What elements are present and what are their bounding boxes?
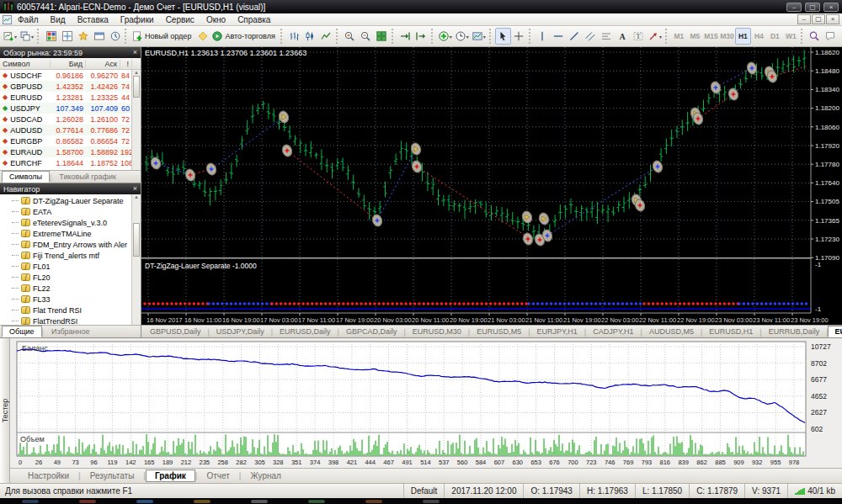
- navigator-button[interactable]: [75, 28, 91, 45]
- table-row-usdcad[interactable]: ◆USDCAD1.260281.2610072: [0, 114, 141, 125]
- list-item-fl22[interactable]: fFL22: [0, 283, 141, 294]
- tile-windows-button[interactable]: [374, 28, 390, 45]
- table-row-usdjpy[interactable]: ◆USDJPY107.349107.40960: [0, 103, 141, 114]
- bars-button[interactable]: [286, 28, 302, 45]
- table-row-usdchf[interactable]: ◆USDCHF0.961860.9627084: [0, 70, 141, 81]
- chart-shift-button[interactable]: [413, 28, 429, 45]
- tab-отчет[interactable]: Отчет: [197, 470, 238, 482]
- menu-файл[interactable]: Файл: [12, 15, 45, 24]
- tab-настройки[interactable]: Настройки: [19, 470, 78, 482]
- text-button[interactable]: A: [615, 28, 631, 45]
- child-restore-button[interactable]: ▢: [812, 14, 825, 24]
- label-button[interactable]: T: [631, 28, 647, 45]
- line-chart-button[interactable]: [318, 28, 334, 45]
- list-item-eteterevsignals-v-3-0[interactable]: feTeterevSignals_v.3.0: [0, 217, 141, 228]
- periods-button[interactable]: ▾: [454, 28, 471, 45]
- chevron-down-icon[interactable]: ▾: [14, 34, 17, 40]
- profiles-button[interactable]: ▾: [19, 28, 35, 45]
- market-watch-close-icon[interactable]: ×: [133, 49, 137, 56]
- tab-audusd-m5[interactable]: AUDUSD,M5: [642, 326, 701, 337]
- taskbar-app-icon[interactable]: [194, 500, 210, 503]
- menu-вид[interactable]: Вид: [45, 15, 72, 24]
- market-watch-button[interactable]: [43, 28, 59, 45]
- tab-избранное[interactable]: Избранное: [44, 326, 98, 337]
- navigator-scrollbar[interactable]: ▲: [131, 194, 141, 325]
- table-row-audusd[interactable]: ◆AUDUSD0.776140.7768672: [0, 125, 141, 135]
- chat-button[interactable]: [823, 28, 839, 45]
- vline-button[interactable]: [535, 28, 551, 45]
- menu-вставка[interactable]: Вставка: [72, 15, 115, 24]
- market-watch-column-headers[interactable]: СимволБидАск!: [0, 58, 141, 70]
- tab-gbpcad-daily[interactable]: GBPCAD,Daily: [339, 326, 404, 337]
- mw-col-1[interactable]: Бид: [51, 60, 86, 68]
- new-chart-button[interactable]: ▾: [2, 28, 19, 45]
- data-window-button[interactable]: [59, 28, 75, 45]
- taskbar-app-icon[interactable]: [79, 500, 96, 503]
- tf-m15[interactable]: M15: [703, 28, 719, 45]
- channel-button[interactable]: [583, 28, 599, 45]
- list-item-flat-trend-rsi[interactable]: fFlat Trend RSI: [0, 305, 141, 316]
- chevron-down-icon[interactable]: ▾: [31, 34, 34, 40]
- table-row-gbpusd[interactable]: ◆GBPUSD1.423521.4242674: [0, 81, 141, 92]
- new-order-button[interactable]: Новый ордер: [131, 28, 195, 45]
- candles-button[interactable]: [302, 28, 318, 45]
- windows-taskbar-sliver[interactable]: [0, 498, 842, 504]
- indicators-button[interactable]: ▾: [437, 28, 454, 45]
- tf-m1[interactable]: M1: [671, 28, 687, 45]
- status-profile[interactable]: Default: [403, 484, 445, 498]
- chevron-down-icon[interactable]: ▾: [466, 34, 469, 40]
- chevron-down-icon[interactable]: ▾: [659, 34, 662, 40]
- taskbar-app-icon[interactable]: [308, 500, 325, 503]
- tab-gbpusd-daily[interactable]: GBPUSD,Daily: [143, 326, 208, 337]
- list-item-fl20[interactable]: fFL20: [0, 272, 141, 283]
- list-item-flattrendrsi[interactable]: fFlatTrendRSI: [0, 316, 141, 325]
- menu-графики[interactable]: Графики: [115, 15, 160, 24]
- navigator-close-icon[interactable]: ×: [133, 185, 137, 193]
- tab-график[interactable]: График: [146, 470, 195, 482]
- strategy-tester-button[interactable]: [107, 28, 123, 45]
- tab-eurjpy-h1[interactable]: EURJPY,H1: [530, 326, 584, 337]
- fibonacci-button[interactable]: [599, 28, 615, 45]
- list-item-fl01[interactable]: fFL01: [0, 261, 141, 272]
- tab-usdjpy-daily[interactable]: USDJPY,Daily: [210, 326, 271, 337]
- list-item-fdm-entry-arrows-with-aler[interactable]: fFDM_Entry Arrows with Aler: [0, 239, 141, 250]
- tab-журнал[interactable]: Журнал: [241, 470, 290, 482]
- cursor-button[interactable]: [495, 28, 511, 45]
- scrollbar-thumb[interactable]: [133, 76, 140, 98]
- chevron-down-icon[interactable]: ▾: [483, 34, 486, 40]
- tf-w1[interactable]: W1: [783, 28, 799, 45]
- tab-eurusd-daily[interactable]: EURUSD,Daily: [273, 326, 338, 337]
- table-row-eurgbp[interactable]: ◆EURGBP0.865820.8665472: [0, 135, 141, 146]
- market-watch-scrollbar[interactable]: ▲: [131, 70, 141, 170]
- trendline-button[interactable]: [567, 28, 583, 45]
- tab-символы[interactable]: Символы: [2, 171, 50, 183]
- list-item-fl33[interactable]: fFL33: [0, 294, 141, 305]
- zoom-in-button[interactable]: [342, 28, 358, 45]
- list-item-eata[interactable]: fEATA: [0, 206, 141, 217]
- navigator-header[interactable]: Навигатор ×: [0, 183, 141, 194]
- tab-тиковый-график[interactable]: Тиковый график: [51, 171, 124, 183]
- maximize-button[interactable]: ▢: [805, 3, 820, 12]
- auto-scroll-button[interactable]: [397, 28, 413, 45]
- taskbar-app-icon[interactable]: [251, 500, 268, 503]
- search-button[interactable]: [807, 28, 823, 45]
- zoom-out-button[interactable]: [358, 28, 374, 45]
- tf-h4[interactable]: H4: [751, 28, 767, 45]
- tab-eurusd-h1-visual-[interactable]: EURUSD,H1 (visual): [828, 326, 842, 337]
- menu-сервис[interactable]: Сервис: [160, 15, 200, 24]
- terminal-button[interactable]: [91, 28, 107, 45]
- tab-eurrub-daily[interactable]: EURRUB,Daily: [762, 326, 827, 337]
- autotrade-button[interactable]: Авто-торговля: [210, 28, 278, 45]
- close-button[interactable]: ×: [823, 3, 839, 12]
- tab-eurusd-m5[interactable]: EURUSD,M5: [470, 326, 528, 337]
- tester-rail[interactable]: Тестер: [0, 338, 10, 483]
- list-item-fiji-trend-alerts-mtf[interactable]: fFiji Trend_alerts mtf: [0, 250, 141, 261]
- child-minimize-button[interactable]: –: [797, 14, 811, 24]
- arrows-button[interactable]: ▾: [647, 28, 663, 45]
- taskbar-app-icon[interactable]: [423, 500, 440, 503]
- tab-eurusd-m30[interactable]: EURUSD,M30: [406, 326, 468, 337]
- metaeditor-button[interactable]: [195, 28, 210, 45]
- child-close-button[interactable]: ×: [826, 14, 839, 24]
- taskbar-app-icon[interactable]: [136, 500, 153, 503]
- tab-общие[interactable]: Общие: [2, 326, 42, 337]
